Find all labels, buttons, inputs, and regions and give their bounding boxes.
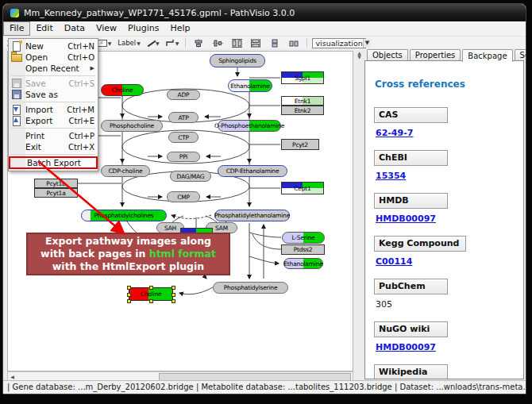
pathway-node-pcyt2[interactable]: Pcyt2	[281, 139, 319, 150]
selection-handle[interactable]	[149, 299, 153, 303]
file-menu-item-print[interactable]: PrintCtrl+P	[9, 130, 98, 141]
scroll-left-icon[interactable]: ◀	[8, 372, 17, 380]
xref-link[interactable]: 15354	[376, 171, 406, 181]
pathway-node-adp[interactable]: ADP	[167, 90, 200, 100]
menu-separator	[11, 128, 95, 129]
pathway-node-dag-mag[interactable]: DAG/MAG	[170, 171, 211, 182]
file-menu-item-open[interactable]: OpenCtrl+O	[9, 52, 98, 63]
blank-icon	[10, 131, 23, 140]
menu-item-label: Save	[25, 79, 66, 88]
menubar-item-edit[interactable]: Edit	[30, 21, 58, 36]
pathway-node-phosphocholine[interactable]: Phosphocholine	[101, 120, 163, 132]
pathway-node-sgpl1[interactable]: Sgpl1	[281, 71, 324, 84]
file-menu-item-save-as[interactable]: Save as	[9, 89, 98, 100]
file-menu-dropdown: NewCtrl+NOpenCtrl+OOpen Recent▶SaveCtrl+…	[8, 38, 98, 171]
menubar-item-file[interactable]: File	[3, 21, 30, 36]
pathway-node-cmp[interactable]: CMP	[167, 191, 200, 202]
pathway-node-l-serine[interactable]: L-Serine	[282, 232, 325, 244]
xref-value: HMDB00097	[376, 342, 523, 352]
xref-link[interactable]: C00114	[376, 256, 412, 267]
selection-handle[interactable]	[127, 293, 131, 297]
label-tool-button[interactable]: Label ▼	[116, 37, 142, 49]
align-center-y-icon	[213, 39, 223, 48]
xref-link[interactable]: HMDB00097	[376, 214, 436, 224]
xref-link[interactable]: HMDB00097	[376, 342, 436, 352]
pathway-node-cdp-ethanolamine[interactable]: CDP-Ethanolamine	[218, 165, 287, 177]
visualization-combobox[interactable]: visualization ▼	[312, 38, 366, 48]
file-menu-item-export[interactable]: ExportCtrl+E	[9, 115, 98, 126]
common-width-button[interactable]	[248, 37, 264, 49]
xref-database-name: Kegg Compound	[374, 236, 466, 252]
pathway-node-atp[interactable]: ATP	[168, 112, 199, 123]
tab-properties[interactable]: Properties	[410, 49, 461, 61]
title-bar[interactable]: Mm_Kennedy_pathway_WP1771_45176.gpml - P…	[3, 4, 526, 21]
menubar-item-plugins[interactable]: Plugins	[122, 21, 164, 36]
status-bar: | Gene database: ...m_Derby_20120602.bri…	[3, 380, 526, 394]
folder-icon	[10, 52, 23, 62]
xref-section-kegg-compound: Kegg CompoundC00114	[374, 234, 523, 267]
page-icon	[10, 41, 23, 51]
pathway-node-etnk2[interactable]: Etnk2	[281, 106, 324, 115]
line-tool-button[interactable]: ▼	[145, 37, 161, 49]
tab-backpage[interactable]: Backpage	[462, 49, 512, 62]
pathway-node-o-phosphoethanolamine[interactable]: O-Phosphoethanolamine	[218, 120, 281, 132]
xref-database-name: CAS	[374, 107, 448, 123]
selection-handle[interactable]	[127, 286, 131, 290]
chevron-down-icon: ▼	[175, 40, 179, 46]
selection-handle[interactable]	[172, 293, 175, 297]
tab-search[interactable]: Search	[515, 49, 526, 61]
file-menu-item-exit[interactable]: ExitCtrl+X	[9, 141, 98, 152]
common-height-button[interactable]	[229, 37, 245, 49]
pathway-node-sphingolipids[interactable]: Sphingolipids	[210, 54, 265, 67]
selection-handle[interactable]	[127, 299, 131, 303]
xref-text: 305	[376, 299, 392, 310]
menubar-item-help[interactable]: Help	[165, 21, 196, 36]
pathway-node-ppi[interactable]: PPi	[167, 152, 200, 162]
pathway-node-cdp-choline[interactable]: CDP-choline	[101, 165, 150, 177]
pathway-node-cept1[interactable]: Cept1	[281, 182, 324, 194]
menu-item-shortcut: Ctrl+X	[68, 143, 94, 152]
connector-tool-button[interactable]: ▼	[164, 37, 181, 49]
menu-bar: FileEditDataViewPluginsHelp	[3, 21, 526, 37]
stack-vertical-button[interactable]	[267, 37, 283, 49]
file-menu-item-import[interactable]: ImportCtrl+M	[9, 104, 98, 115]
pathway-node-phosphatidylethanolamine[interactable]: Phosphatidylethanolamine	[214, 210, 290, 221]
menu-separator	[11, 154, 95, 155]
pathway-node-ptdss2[interactable]: Ptdss2	[281, 244, 325, 255]
xref-section-cas: CAS62-49-7	[374, 106, 523, 138]
common-width-icon	[251, 39, 260, 48]
align-center-y-button[interactable]	[210, 37, 226, 49]
selection-handle[interactable]	[172, 299, 175, 303]
file-menu-item-save[interactable]: SaveCtrl+S	[9, 78, 98, 89]
pathway-node-etnk1[interactable]: Etnk1	[281, 96, 324, 106]
chevron-down-icon: ▼	[137, 40, 141, 46]
pathway-node-choline[interactable]: Choline	[129, 287, 173, 301]
pathway-node-phosphatidylcholines[interactable]: Phosphatidylcholines	[81, 210, 167, 221]
stack-horizontal-button[interactable]	[286, 37, 302, 49]
tab-objects[interactable]: Objects	[367, 49, 408, 61]
selection-handle[interactable]	[149, 286, 153, 290]
xref-value: C00114	[376, 256, 523, 267]
file-menu-item-new[interactable]: NewCtrl+N	[9, 40, 98, 52]
pathway-node-ethanolamine[interactable]: Ethanolamine	[283, 258, 323, 269]
split-pane-divider[interactable]: ▲▼	[354, 48, 364, 381]
menubar-item-view[interactable]: View	[91, 21, 122, 36]
align-center-x-button[interactable]	[191, 37, 206, 49]
selection-handle[interactable]	[172, 286, 175, 290]
pathway-node-pcyt1a[interactable]: Pcyt1a	[34, 188, 78, 198]
menubar-item-data[interactable]: Data	[59, 21, 91, 36]
file-menu-item-batch-export[interactable]: Batch Export	[9, 156, 98, 169]
side-panel-tabs: ObjectsPropertiesBackpageSearchLegend	[364, 48, 524, 61]
pathway-node-choline[interactable]: Choline	[101, 84, 144, 96]
menu-item-shortcut: Ctrl+P	[69, 132, 94, 140]
pathway-node-ctp[interactable]: CTP	[168, 132, 199, 143]
connector-icon	[166, 39, 175, 47]
menu-separator	[11, 75, 95, 76]
pathway-node-phosphatidylserine[interactable]: Phosphatidylserine	[213, 282, 288, 294]
file-menu-item-open-recent[interactable]: Open Recent▶	[9, 63, 98, 74]
chevron-down-icon: ▼	[363, 39, 371, 48]
pathway-node-ethanolamine[interactable]: Ethanolamine	[228, 79, 272, 92]
xref-link[interactable]: 62-49-7	[376, 128, 413, 138]
visualization-value: visualization	[315, 39, 362, 48]
pathway-node-pcyt1b[interactable]: Pcyt1b	[34, 179, 78, 188]
